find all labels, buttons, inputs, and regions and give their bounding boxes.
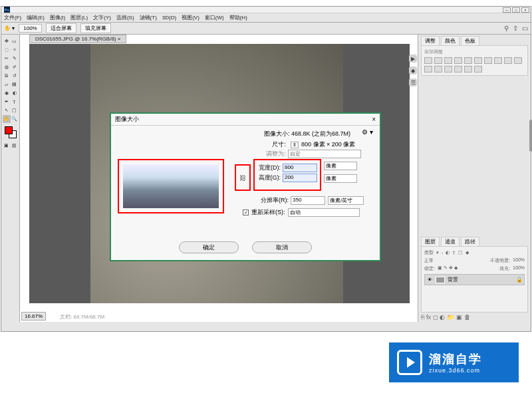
adj-selective-icon[interactable] xyxy=(474,66,482,72)
lasso-tool[interactable]: ◌ xyxy=(3,46,11,54)
path-tool[interactable]: ↖ xyxy=(3,106,11,114)
move-tool[interactable]: ✥ xyxy=(3,37,11,45)
menu-select[interactable]: 选择(S) xyxy=(116,14,134,21)
adj-balance-icon[interactable] xyxy=(484,57,492,64)
quickmask-toggle[interactable]: ▣ xyxy=(3,142,11,150)
adj-invert-icon[interactable] xyxy=(434,66,442,72)
zoom-tool[interactable]: 🔍 xyxy=(11,115,19,123)
link-icon[interactable]: ⛓ xyxy=(239,174,246,182)
shape-tool[interactable]: ▢ xyxy=(11,106,19,114)
link-layers-icon[interactable]: ⎘ xyxy=(421,314,424,321)
fill-value[interactable]: 100% xyxy=(513,265,525,272)
dialog-close-button[interactable]: × xyxy=(372,116,376,123)
menu-window[interactable]: 窗口(W) xyxy=(205,14,224,21)
stamp-tool[interactable]: ⧉ xyxy=(3,72,11,80)
adj-lookup-icon[interactable] xyxy=(424,66,432,72)
history-brush-tool[interactable]: ↺ xyxy=(11,72,19,80)
cancel-button[interactable]: 取消 xyxy=(252,241,312,253)
libraries-panel-icon[interactable]: ☰ xyxy=(409,78,417,86)
tab-layers[interactable]: 图层 xyxy=(421,237,440,246)
tab-swatches[interactable]: 色板 xyxy=(461,36,479,45)
adj-vibrance-icon[interactable] xyxy=(464,57,472,64)
brush-tool[interactable]: ✐ xyxy=(11,63,19,71)
zoom-readout[interactable]: 16.67% xyxy=(21,312,46,321)
type-tool[interactable]: T xyxy=(11,98,19,106)
tab-paths[interactable]: 路径 xyxy=(461,237,479,246)
resample-checkbox[interactable]: ✓ xyxy=(243,209,249,215)
adj-bw-icon[interactable] xyxy=(494,57,502,64)
mask-icon[interactable]: ◻ xyxy=(433,314,438,321)
screenmode-toggle[interactable]: ▥ xyxy=(11,142,19,150)
document-tab[interactable]: DSC01655.JPG @ 16.7%(RGB/8) × xyxy=(29,35,126,43)
dimensions-value: 800 像素 × 200 像素 xyxy=(301,140,355,149)
layer-thumbnail[interactable] xyxy=(436,277,445,283)
wand-tool[interactable]: ✧ xyxy=(11,46,19,54)
adj-photo-icon[interactable] xyxy=(504,57,512,64)
hand-tool[interactable]: ✋ xyxy=(3,115,11,123)
menu-file[interactable]: 文件(F) xyxy=(4,14,21,21)
visibility-toggle[interactable]: 👁 xyxy=(426,277,433,283)
blur-tool[interactable]: ◉ xyxy=(3,89,11,97)
menu-help[interactable]: 帮助(H) xyxy=(229,14,247,21)
menu-edit[interactable]: 编辑(E) xyxy=(27,14,45,21)
minimize-button[interactable]: — xyxy=(503,7,511,13)
close-window-button[interactable]: × xyxy=(521,7,529,13)
width-input[interactable]: 800 xyxy=(283,164,317,172)
adj-poster-icon[interactable] xyxy=(444,66,452,72)
menu-image[interactable]: 图像(I) xyxy=(50,14,66,21)
fx-icon[interactable]: fx xyxy=(426,314,431,321)
tab-color[interactable]: 颜色 xyxy=(441,36,460,45)
adj-curves-icon[interactable] xyxy=(444,57,452,64)
menu-type[interactable]: 文字(Y) xyxy=(93,14,111,21)
fill-screen-button[interactable]: 填充屏幕 xyxy=(80,23,111,33)
adj-threshold-icon[interactable] xyxy=(454,66,462,72)
gradient-tool[interactable]: ▤ xyxy=(11,80,19,88)
workspace-icon[interactable]: ▭ xyxy=(522,25,528,32)
fit-to-select[interactable]: 自定 xyxy=(288,150,361,158)
tab-channels[interactable]: 通道 xyxy=(441,237,460,246)
adjustment-layer-icon[interactable]: ◐ xyxy=(440,314,445,321)
menu-layer[interactable]: 图层(L) xyxy=(70,14,88,21)
layer-row-background[interactable]: 👁 背景 🔒 xyxy=(424,274,525,285)
hand-tool-icon[interactable]: ✋ ▾ xyxy=(4,25,15,31)
dodge-tool[interactable]: ◐ xyxy=(11,89,19,97)
adj-brightness-icon[interactable] xyxy=(424,57,432,64)
adj-exposure-icon[interactable] xyxy=(454,57,462,64)
search-icon[interactable]: ⚲ xyxy=(504,25,509,32)
properties-panel-icon[interactable]: ◆ xyxy=(409,66,417,74)
resolution-input[interactable]: 350 xyxy=(291,196,325,205)
zoom-percent[interactable]: 100% xyxy=(19,24,41,33)
history-panel-icon[interactable]: ▶ xyxy=(409,55,417,63)
resolution-unit-select[interactable]: 像素/英寸 xyxy=(328,196,364,205)
ok-button[interactable]: 确定 xyxy=(179,241,239,253)
color-swatch[interactable] xyxy=(5,126,17,138)
eraser-tool[interactable]: ▱ xyxy=(3,80,11,88)
pen-tool[interactable]: ✒ xyxy=(3,98,11,106)
group-icon[interactable]: 📁 xyxy=(447,314,454,321)
maximize-button[interactable]: □ xyxy=(512,7,520,13)
gear-icon[interactable]: ⚙ ▾ xyxy=(362,128,373,136)
marquee-tool[interactable]: ▭ xyxy=(11,37,19,45)
dimension-link-icon[interactable]: ⇕ xyxy=(291,142,299,148)
healing-tool[interactable]: ◍ xyxy=(3,63,11,71)
fit-screen-button[interactable]: 适合屏幕 xyxy=(46,23,76,33)
blend-mode-select[interactable]: 正常 xyxy=(424,257,434,264)
height-input[interactable]: 200 xyxy=(283,174,317,182)
crop-tool[interactable]: ✂ xyxy=(3,55,11,63)
tab-adjust[interactable]: 调整 xyxy=(421,36,440,45)
share-icon[interactable]: ⇪ xyxy=(513,25,518,32)
height-unit-select[interactable]: 像素 xyxy=(324,174,357,183)
width-unit-select[interactable]: 像素 xyxy=(324,162,357,170)
adj-gradient-icon[interactable] xyxy=(464,66,472,72)
eyedropper-tool[interactable]: ✎ xyxy=(11,55,19,63)
adj-hue-icon[interactable] xyxy=(474,57,482,64)
menu-filter[interactable]: 滤镜(T) xyxy=(140,14,157,21)
delete-layer-icon[interactable]: 🗑 xyxy=(464,314,470,321)
adj-mixer-icon[interactable] xyxy=(514,57,522,64)
resample-select[interactable]: 自动 xyxy=(288,208,360,217)
adj-levels-icon[interactable] xyxy=(434,57,442,64)
menu-3d[interactable]: 3D(D) xyxy=(162,15,176,21)
menu-view[interactable]: 视图(V) xyxy=(182,14,200,21)
new-layer-icon[interactable]: ▣ xyxy=(456,314,462,321)
opacity-value[interactable]: 100% xyxy=(513,257,525,264)
